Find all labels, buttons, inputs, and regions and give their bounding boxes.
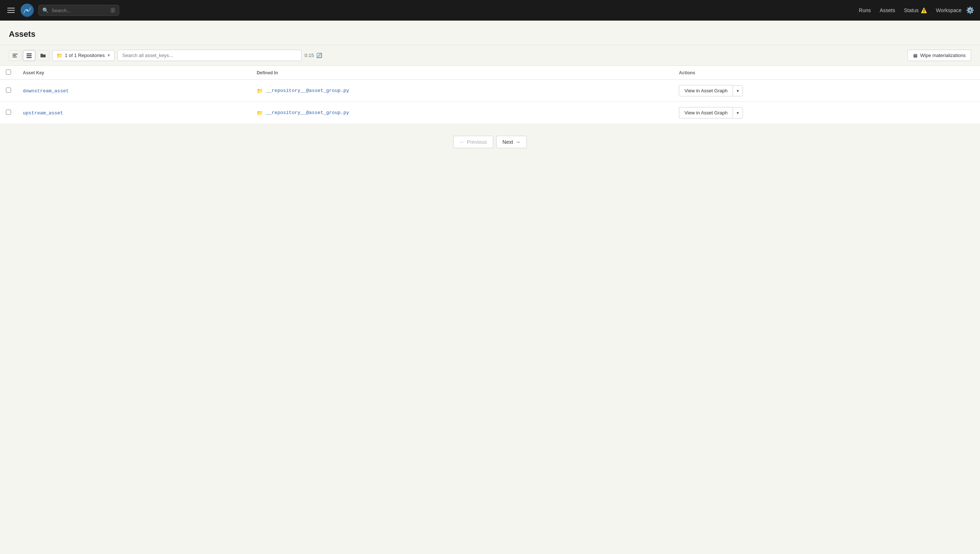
search-shortcut-badge: / xyxy=(110,8,115,13)
next-btn[interactable]: Next → xyxy=(496,136,527,148)
page-title: Assets xyxy=(9,29,971,39)
previous-btn[interactable]: ← Previous xyxy=(453,136,493,148)
defined-in-link-1[interactable]: __repository__@asset_group.py xyxy=(266,88,349,94)
defined-in-folder-icon-1: 📁 xyxy=(257,88,263,94)
left-arrow-icon: ← xyxy=(460,139,464,145)
settings-icon[interactable]: ⚙️ xyxy=(966,6,974,14)
select-all-checkbox[interactable] xyxy=(6,70,11,75)
nav-status-label: Status xyxy=(904,7,919,13)
defined-in-folder-icon-2: 📁 xyxy=(257,110,263,116)
svg-rect-3 xyxy=(13,55,16,56)
app-logo[interactable] xyxy=(21,4,34,17)
wipe-btn-label: Wipe materializations xyxy=(920,53,966,58)
repo-filter-label: 1 of 1 Repositories xyxy=(65,53,105,58)
asset-key-cell-2: upstream_asset xyxy=(17,102,251,124)
actions-header: Actions xyxy=(673,66,980,80)
hamburger-menu[interactable] xyxy=(6,6,16,14)
navbar: 🔍 Search... / Runs Assets Status ⚠️ Work… xyxy=(0,0,980,21)
nav-workspace[interactable]: Workspace xyxy=(936,7,962,13)
table-row: upstream_asset 📁 __repository__@asset_gr… xyxy=(0,102,980,124)
nav-runs[interactable]: Runs xyxy=(859,7,871,13)
svg-rect-6 xyxy=(27,55,32,56)
svg-rect-5 xyxy=(27,53,32,54)
list-view-btn[interactable] xyxy=(23,50,35,61)
asset-key-header: Asset Key xyxy=(17,66,251,80)
search-icon: 🔍 xyxy=(42,7,49,13)
warning-icon: ⚠️ xyxy=(921,7,927,13)
action-dropdown-btn-2[interactable]: ▾ xyxy=(733,107,743,118)
row-checkbox-cell-2 xyxy=(0,102,17,124)
svg-rect-4 xyxy=(13,57,17,57)
nav-links: Runs Assets Status ⚠️ Workspace xyxy=(859,7,962,13)
global-search[interactable]: 🔍 Search... / xyxy=(38,5,119,16)
previous-label: Previous xyxy=(467,139,487,145)
nav-status[interactable]: Status ⚠️ xyxy=(904,7,927,13)
defined-in-link-2[interactable]: __repository__@asset_group.py xyxy=(266,110,349,116)
row-checkbox-cell-1 xyxy=(0,80,17,102)
next-label: Next xyxy=(503,139,513,145)
page-header: Assets xyxy=(0,21,980,45)
assets-table: Asset Key Defined In Actions downstream_… xyxy=(0,66,980,124)
view-graph-btn-2[interactable]: View in Asset Graph xyxy=(679,107,733,118)
toolbar: 📁 1 of 1 Repositories ▼ 0:15 🔄 Wipe mate… xyxy=(0,45,980,66)
asset-key-link-1[interactable]: downstream_asset xyxy=(23,88,69,94)
wipe-materializations-btn[interactable]: Wipe materializations xyxy=(908,50,971,61)
actions-cell-2: View in Asset Graph ▾ xyxy=(673,102,980,124)
defined-in-cell-1: 📁 __repository__@asset_group.py xyxy=(251,80,673,102)
svg-rect-2 xyxy=(13,54,18,54)
repo-filter-btn[interactable]: 📁 1 of 1 Repositories ▼ xyxy=(52,50,115,61)
refresh-timer: 0:15 xyxy=(305,53,314,58)
chevron-down-icon-action-2: ▾ xyxy=(737,110,739,116)
asset-key-cell-1: downstream_asset xyxy=(17,80,251,102)
asset-key-link-2[interactable]: upstream_asset xyxy=(23,110,63,116)
pagination: ← Previous Next → xyxy=(0,124,980,160)
repo-folder-icon: 📁 xyxy=(56,53,62,59)
right-arrow-icon: → xyxy=(516,139,520,145)
wipe-icon xyxy=(913,53,918,58)
view-graph-btn-1[interactable]: View in Asset Graph xyxy=(679,85,733,96)
select-all-header xyxy=(0,66,17,80)
search-placeholder-text: Search... xyxy=(51,8,107,13)
action-dropdown-btn-1[interactable]: ▾ xyxy=(733,85,743,96)
row-checkbox-1[interactable] xyxy=(6,88,11,93)
svg-point-1 xyxy=(26,9,28,11)
asset-key-search[interactable] xyxy=(117,50,302,61)
folder-view-btn[interactable] xyxy=(37,50,49,61)
refresh-icon[interactable]: 🔄 xyxy=(316,53,322,58)
table-row: downstream_asset 📁 __repository__@asset_… xyxy=(0,80,980,102)
view-toggle xyxy=(9,50,49,61)
defined-in-cell-2: 📁 __repository__@asset_group.py xyxy=(251,102,673,124)
collapse-view-btn[interactable] xyxy=(9,50,21,61)
nav-assets[interactable]: Assets xyxy=(880,7,895,13)
refresh-info: 0:15 🔄 xyxy=(305,53,322,58)
chevron-down-icon-action-1: ▾ xyxy=(737,88,739,94)
actions-cell-1: View in Asset Graph ▾ xyxy=(673,80,980,102)
row-checkbox-2[interactable] xyxy=(6,110,11,115)
chevron-down-icon: ▼ xyxy=(107,53,110,57)
defined-in-header: Defined In xyxy=(251,66,673,80)
svg-rect-7 xyxy=(27,57,32,58)
